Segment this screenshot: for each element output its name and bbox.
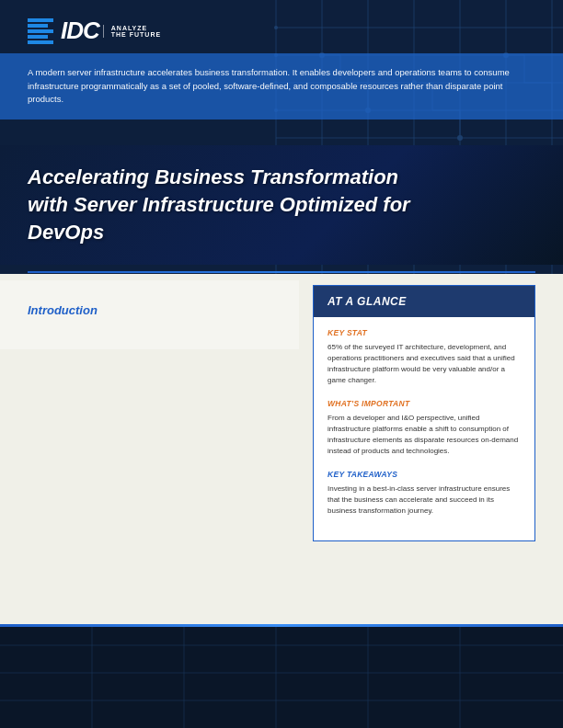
main-title: Accelerating Business Transformation wit… [28,164,432,245]
logo-tagline-line1: ANALYZE [111,25,161,31]
logo-area: IDC ANALYZE THE FUTURE [28,17,161,45]
at-a-glance-box: AT A GLANCE KEY STAT 65% of the surveyed… [313,285,535,541]
svg-point-27 [274,26,278,29]
bottom-separator-line [0,624,563,627]
glance-title: AT A GLANCE [327,295,521,308]
title-text-area: Accelerating Business Transformation wit… [0,145,460,264]
key-stat-text: 65% of the surveyed IT architecture, dev… [327,342,521,386]
logo-stripes [28,18,53,44]
logo-tagline: ANALYZE THE FUTURE [103,25,161,38]
page: IDC ANALYZE THE FUTURE A modern server i… [0,0,563,728]
divider-line [28,271,535,273]
stripe-2 [28,24,48,28]
glance-header: AT A GLANCE [314,286,534,317]
logo-tagline-line2: THE FUTURE [111,31,161,38]
bottom-dark-section [0,627,563,728]
glance-section-key-stat: KEY STAT 65% of the surveyed IT architec… [327,328,521,386]
whats-important-title: WHAT'S IMPORTANT [327,399,521,408]
intro-text: A modern server infrastructure accelerat… [28,66,535,107]
introduction-label: Introduction [28,303,285,317]
svg-rect-31 [0,627,563,728]
key-takeaways-title: KEY TAKEAWAYS [327,470,521,479]
key-stat-title: KEY STAT [327,328,521,337]
stripe-1 [28,18,53,22]
whats-important-text: From a developer and I&O perspective, un… [327,413,521,457]
left-column: Introduction [0,280,299,349]
title-section: Accelerating Business Transformation wit… [0,145,563,265]
key-takeaways-text: Investing in a best-in-class server infr… [327,483,521,517]
intro-banner: A modern server infrastructure accelerat… [0,53,563,119]
stripe-5 [28,40,53,44]
idc-letters: IDC [61,17,99,45]
glance-section-whats-important: WHAT'S IMPORTANT From a developer and I&… [327,399,521,457]
right-column: AT A GLANCE KEY STAT 65% of the surveyed… [313,285,535,541]
glance-content: KEY STAT 65% of the surveyed IT architec… [314,317,534,540]
stripe-4 [28,35,48,39]
idc-logo: IDC ANALYZE THE FUTURE [28,17,161,45]
glance-section-key-takeaways: KEY TAKEAWAYS Investing in a best-in-cla… [327,470,521,517]
stripe-3 [28,29,53,33]
